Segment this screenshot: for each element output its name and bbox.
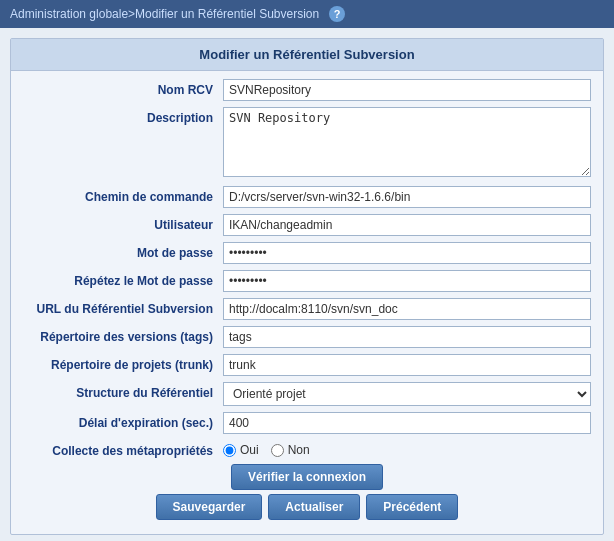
- radio-oui-label: Oui: [240, 443, 259, 457]
- form-body: Nom RCV Description SVN Repository Chemi…: [11, 71, 603, 534]
- label-repeter-mot-de-passe: Répétez le Mot de passe: [23, 270, 223, 288]
- radio-non[interactable]: [271, 444, 284, 457]
- label-utilisateur: Utilisateur: [23, 214, 223, 232]
- label-collecte: Collecte des métapropriétés: [23, 440, 223, 458]
- row-delai: Délai d'expiration (sec.): [23, 412, 591, 434]
- control-repertoire-versions: [223, 326, 591, 348]
- label-nom-rcv: Nom RCV: [23, 79, 223, 97]
- label-chemin: Chemin de commande: [23, 186, 223, 204]
- control-structure: Orienté projet Autre: [223, 382, 591, 406]
- form-title: Modifier un Référentiel Subversion: [11, 39, 603, 71]
- select-structure[interactable]: Orienté projet Autre: [223, 382, 591, 406]
- save-button[interactable]: Sauvegarder: [156, 494, 263, 520]
- control-delai: [223, 412, 591, 434]
- control-mot-de-passe: [223, 242, 591, 264]
- radio-group-collecte: Oui Non: [223, 440, 591, 457]
- row-collecte: Collecte des métapropriétés Oui Non: [23, 440, 591, 458]
- form-panel: Modifier un Référentiel Subversion Nom R…: [10, 38, 604, 535]
- control-repertoire-projets: [223, 354, 591, 376]
- label-repertoire-versions: Répertoire des versions (tags): [23, 326, 223, 344]
- label-delai: Délai d'expiration (sec.): [23, 412, 223, 430]
- input-repertoire-projets[interactable]: [223, 354, 591, 376]
- input-url[interactable]: [223, 298, 591, 320]
- prev-button[interactable]: Précédent: [366, 494, 458, 520]
- bottom-buttons-row: Sauvegarder Actualiser Précédent: [23, 494, 591, 520]
- control-nom-rcv: [223, 79, 591, 101]
- input-delai[interactable]: [223, 412, 591, 434]
- radio-oui[interactable]: [223, 444, 236, 457]
- input-mot-de-passe[interactable]: [223, 242, 591, 264]
- input-repertoire-versions[interactable]: [223, 326, 591, 348]
- input-nom-rcv[interactable]: [223, 79, 591, 101]
- row-chemin: Chemin de commande: [23, 186, 591, 208]
- row-repertoire-projets: Répertoire de projets (trunk): [23, 354, 591, 376]
- label-repertoire-projets: Répertoire de projets (trunk): [23, 354, 223, 372]
- refresh-button[interactable]: Actualiser: [268, 494, 360, 520]
- help-icon[interactable]: ?: [329, 6, 345, 22]
- input-chemin[interactable]: [223, 186, 591, 208]
- radio-non-label: Non: [288, 443, 310, 457]
- control-collecte: Oui Non: [223, 440, 591, 457]
- main-container: Modifier un Référentiel Subversion Nom R…: [0, 28, 614, 541]
- row-description: Description SVN Repository: [23, 107, 591, 180]
- control-url: [223, 298, 591, 320]
- breadcrumb: Administration globale>Modifier un Référ…: [10, 7, 319, 21]
- verify-button[interactable]: Vérifier la connexion: [231, 464, 383, 490]
- row-url: URL du Référentiel Subversion: [23, 298, 591, 320]
- control-chemin: [223, 186, 591, 208]
- row-mot-de-passe: Mot de passe: [23, 242, 591, 264]
- row-repeter-mot-de-passe: Répétez le Mot de passe: [23, 270, 591, 292]
- radio-label-non[interactable]: Non: [271, 443, 310, 457]
- row-utilisateur: Utilisateur: [23, 214, 591, 236]
- input-utilisateur[interactable]: [223, 214, 591, 236]
- label-mot-de-passe: Mot de passe: [23, 242, 223, 260]
- control-repeter-mot-de-passe: [223, 270, 591, 292]
- input-repeter-mot-de-passe[interactable]: [223, 270, 591, 292]
- radio-label-oui[interactable]: Oui: [223, 443, 259, 457]
- textarea-description[interactable]: SVN Repository: [223, 107, 591, 177]
- row-structure: Structure du Référentiel Orienté projet …: [23, 382, 591, 406]
- top-bar: Administration globale>Modifier un Référ…: [0, 0, 614, 28]
- label-url: URL du Référentiel Subversion: [23, 298, 223, 316]
- control-description: SVN Repository: [223, 107, 591, 180]
- label-description: Description: [23, 107, 223, 125]
- verify-button-row: Vérifier la connexion: [23, 464, 591, 490]
- row-nom-rcv: Nom RCV: [23, 79, 591, 101]
- row-repertoire-versions: Répertoire des versions (tags): [23, 326, 591, 348]
- control-utilisateur: [223, 214, 591, 236]
- label-structure: Structure du Référentiel: [23, 382, 223, 400]
